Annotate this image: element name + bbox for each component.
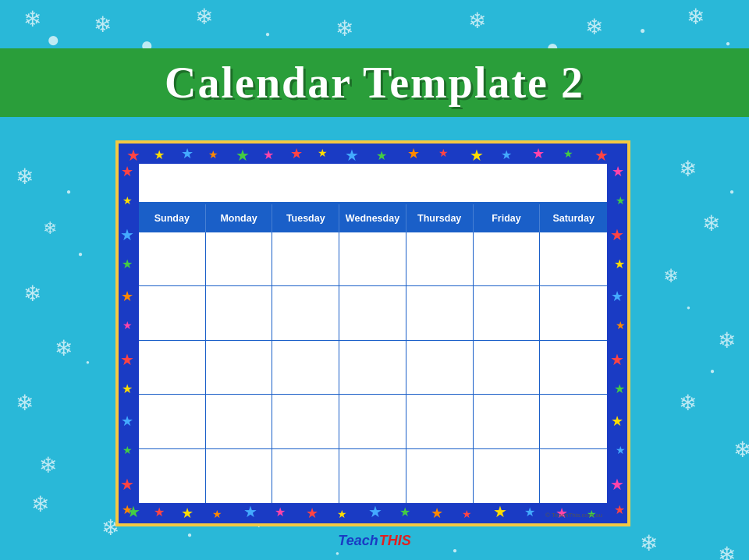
snowflake: ❄ — [585, 14, 603, 40]
table-row — [540, 449, 607, 503]
snowflake: ❄ — [733, 437, 749, 463]
day-header-sunday: Sunday — [139, 204, 206, 232]
snowflake: ❄ — [679, 390, 697, 416]
table-row — [206, 341, 273, 395]
table-row — [272, 449, 339, 503]
calendar-grid — [139, 232, 607, 503]
day-header-saturday: Saturday — [540, 204, 607, 232]
table-row — [540, 232, 607, 286]
snowflake: ❄ — [335, 16, 353, 41]
snowflake: ● — [710, 367, 715, 375]
snowflake: ❄ — [687, 4, 705, 30]
table-row — [206, 232, 273, 286]
table-row — [406, 232, 474, 286]
table-row — [474, 341, 541, 395]
attribution: © TeachThis.com.au — [545, 512, 602, 519]
calendar-wrapper: ★ ★ ★ ★ ★ ★ ★ ★ ★ ★ ★ ★ ★ ★ ★ ★ ★ ★ ★ ★ … — [115, 140, 630, 526]
table-row — [474, 232, 541, 286]
table-row — [272, 341, 339, 395]
table-row — [206, 395, 273, 448]
snowflake: ❄ — [23, 281, 41, 307]
snowflake: ❄ — [663, 265, 679, 287]
snowflake: ❄ — [702, 211, 720, 236]
day-header-tuesday: Tuesday — [272, 204, 339, 232]
table-row — [406, 395, 474, 448]
table-row — [540, 341, 607, 395]
day-header-monday: Monday — [206, 204, 273, 232]
snowflake: ● — [640, 25, 645, 36]
table-row — [540, 286, 607, 340]
snowflake: ● — [453, 546, 457, 555]
day-header-friday: Friday — [474, 204, 541, 232]
snowflake: ● — [66, 187, 71, 196]
table-row — [272, 232, 339, 286]
table-row — [474, 286, 541, 340]
table-row — [272, 286, 339, 340]
snowflake: ● — [729, 187, 734, 196]
snowflake: ❄ — [31, 491, 49, 517]
table-row — [339, 449, 406, 503]
table-row — [474, 449, 541, 503]
calendar-inner: Sunday Monday Tuesday Wednesday Thursday… — [139, 164, 607, 503]
day-header-wednesday: Wednesday — [339, 204, 406, 232]
snowflake: ❄ — [23, 6, 41, 32]
snowflake: ● — [86, 359, 90, 366]
snowflake: ❄ — [55, 335, 73, 361]
table-row — [139, 449, 206, 503]
snowflake: ❄ — [195, 4, 213, 30]
snowflake: ● — [78, 250, 83, 258]
table-row — [406, 449, 474, 503]
table-row — [206, 286, 273, 340]
table-row — [339, 286, 406, 340]
table-row — [139, 232, 206, 286]
snowflake: ❄ — [94, 12, 112, 37]
month-title-bar — [139, 164, 607, 204]
table-row — [139, 395, 206, 448]
days-header: Sunday Monday Tuesday Wednesday Thursday… — [139, 204, 607, 232]
snowflake: ● — [687, 304, 690, 311]
table-row — [406, 286, 474, 340]
table-row — [339, 395, 406, 448]
snowflake: ❄ — [16, 390, 34, 416]
snowflake: ❄ — [468, 8, 486, 34]
table-row — [339, 232, 406, 286]
snowflake: ❄ — [679, 156, 697, 182]
snowflake: ❄ — [43, 218, 57, 239]
title-banner: Calendar Template 2 — [0, 48, 749, 117]
logo-teach: Teach — [338, 533, 378, 549]
table-row — [206, 449, 273, 503]
table-row — [406, 341, 474, 395]
teach-this-logo: Teach THIS — [338, 533, 410, 549]
snowflake: ❄ — [16, 164, 34, 190]
snowflake: ❄ — [718, 542, 736, 560]
table-row — [139, 286, 206, 340]
snowflake: ❄ — [640, 530, 658, 556]
snowflake: ● — [726, 39, 730, 48]
table-row — [474, 395, 541, 448]
page-title: Calendar Template 2 — [0, 58, 749, 108]
table-row — [139, 341, 206, 395]
table-row — [339, 341, 406, 395]
snowflake: ● — [265, 30, 270, 38]
snowflake: ● — [335, 550, 339, 557]
table-row — [540, 395, 607, 448]
snowflake: ● — [187, 530, 192, 539]
snowflake: ❄ — [39, 452, 57, 478]
snowflake: ❄ — [718, 328, 736, 353]
day-header-thursday: Thursday — [406, 204, 474, 232]
table-row — [272, 395, 339, 448]
logo-this: THIS — [379, 533, 411, 549]
